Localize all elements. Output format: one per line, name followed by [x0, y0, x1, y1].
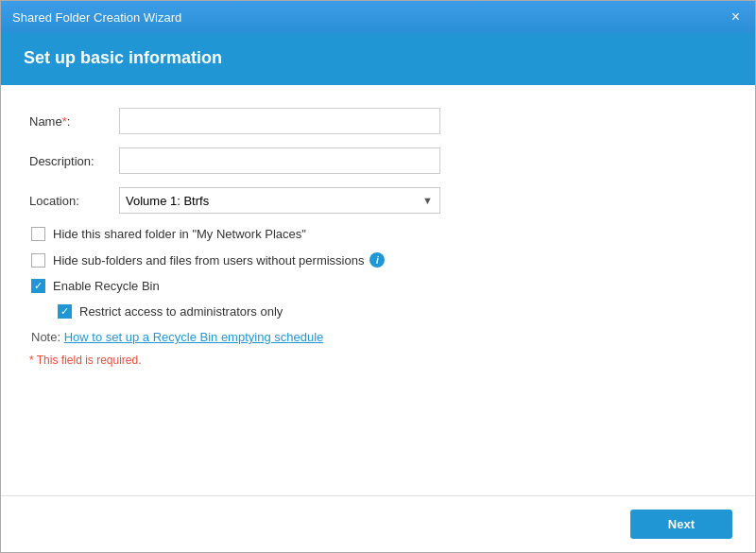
enable-recycle-checkbox[interactable]	[31, 279, 45, 293]
hide-subfolders-label: Hide sub-folders and files from users wi…	[53, 253, 364, 268]
restrict-access-label: Restrict access to administrators only	[79, 304, 283, 319]
enable-recycle-label: Enable Recycle Bin	[53, 279, 160, 293]
name-label: Name*:	[29, 114, 119, 129]
hide-subfolders-checkbox[interactable]	[31, 253, 45, 268]
form-content: Name*: Description: Location: Volume 1: …	[1, 85, 755, 495]
wizard-header: Set up basic information	[1, 33, 755, 85]
enable-recycle-row[interactable]: Enable Recycle Bin	[31, 279, 727, 293]
description-label: Description:	[29, 154, 119, 168]
description-input[interactable]	[119, 147, 440, 174]
titlebar-title: Shared Folder Creation Wizard	[12, 10, 181, 25]
description-row: Description:	[29, 147, 727, 174]
info-icon[interactable]: i	[369, 252, 385, 268]
restrict-access-checkbox[interactable]	[58, 304, 72, 319]
page-title: Set up basic information	[24, 48, 732, 68]
location-select-wrapper: Volume 1: Btrfs ▼	[119, 187, 440, 214]
hide-shared-checkbox[interactable]	[31, 227, 45, 241]
hide-subfolders-row[interactable]: Hide sub-folders and files from users wi…	[31, 252, 727, 268]
close-button[interactable]: ×	[728, 8, 744, 26]
next-button[interactable]: Next	[630, 510, 732, 539]
hide-shared-label: Hide this shared folder in "My Network P…	[53, 227, 306, 241]
restrict-access-row[interactable]: Restrict access to administrators only	[58, 304, 727, 319]
name-input[interactable]	[119, 108, 440, 134]
titlebar: Shared Folder Creation Wizard ×	[1, 1, 755, 33]
recycle-bin-link[interactable]: How to set up a Recycle Bin emptying sch…	[64, 330, 324, 344]
hide-shared-row[interactable]: Hide this shared folder in "My Network P…	[31, 227, 727, 241]
name-row: Name*:	[29, 108, 727, 134]
location-row: Location: Volume 1: Btrfs ▼	[29, 187, 727, 214]
location-label: Location:	[29, 194, 119, 208]
note-row: Note: How to set up a Recycle Bin emptyi…	[31, 330, 727, 344]
name-required-star: *	[62, 114, 67, 129]
dialog-window: Shared Folder Creation Wizard × Set up b…	[0, 0, 756, 553]
location-select[interactable]: Volume 1: Btrfs	[119, 187, 440, 214]
dialog-footer: Next	[1, 495, 755, 552]
required-note: * This field is required.	[29, 354, 727, 367]
note-prefix: Note:	[31, 330, 64, 344]
